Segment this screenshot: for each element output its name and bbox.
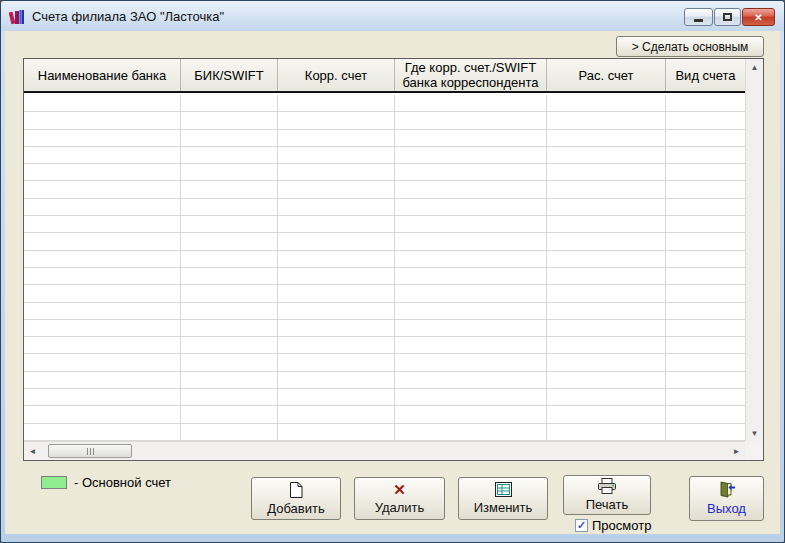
scroll-left-icon[interactable]: ◄ bbox=[24, 443, 41, 460]
table-cell bbox=[547, 320, 666, 336]
table-row[interactable] bbox=[24, 389, 745, 406]
table-row[interactable] bbox=[24, 233, 745, 250]
table-cell bbox=[395, 303, 547, 319]
table-row[interactable] bbox=[24, 372, 745, 389]
table-cell bbox=[547, 285, 666, 301]
table-cell bbox=[395, 320, 547, 336]
table-cell bbox=[24, 389, 181, 405]
table-row[interactable] bbox=[24, 251, 745, 268]
horizontal-scroll-thumb[interactable] bbox=[48, 444, 132, 458]
table-cell bbox=[666, 320, 745, 336]
make-primary-button[interactable]: > Сделать основным bbox=[616, 36, 764, 57]
table-row[interactable] bbox=[24, 216, 745, 233]
column-header[interactable]: Вид счета bbox=[666, 59, 745, 91]
table-cell bbox=[547, 164, 666, 180]
column-header[interactable]: Наименование банка bbox=[24, 59, 181, 91]
table-row[interactable] bbox=[24, 112, 745, 129]
table-cell bbox=[547, 147, 666, 163]
column-header[interactable]: Корр. счет bbox=[278, 59, 395, 91]
table-cell bbox=[395, 268, 547, 284]
column-header[interactable]: Где корр. счет./SWIFT банка корреспонден… bbox=[395, 59, 547, 91]
table-cell bbox=[24, 406, 181, 422]
close-button[interactable]: ✕ bbox=[742, 8, 775, 26]
table-cell bbox=[547, 424, 666, 440]
scroll-right-icon[interactable]: ► bbox=[728, 443, 745, 460]
table-cell bbox=[181, 354, 278, 370]
table-cell bbox=[24, 95, 181, 111]
table-row[interactable] bbox=[24, 199, 745, 216]
table-cell bbox=[181, 337, 278, 353]
preview-checkbox[interactable]: ✓ Просмотр bbox=[575, 518, 651, 533]
preview-checkbox-label: Просмотр bbox=[592, 518, 651, 533]
table-cell bbox=[181, 181, 278, 197]
maximize-button[interactable] bbox=[714, 8, 741, 26]
maximize-icon bbox=[723, 13, 732, 21]
horizontal-scrollbar[interactable]: ◄ ► bbox=[24, 441, 745, 460]
column-header[interactable]: Рас. счет bbox=[547, 59, 666, 91]
printer-icon bbox=[597, 478, 617, 494]
table-cell bbox=[666, 130, 745, 146]
table-row[interactable] bbox=[24, 424, 745, 441]
table-row[interactable] bbox=[24, 95, 745, 112]
table-row[interactable] bbox=[24, 406, 745, 423]
table-cell bbox=[24, 268, 181, 284]
table-cell bbox=[278, 372, 395, 388]
add-button-label: Добавить bbox=[267, 501, 324, 516]
table-row[interactable] bbox=[24, 147, 745, 164]
vertical-scrollbar[interactable]: ▲ ▼ bbox=[745, 59, 763, 441]
add-button[interactable]: Добавить bbox=[251, 477, 341, 520]
table-cell bbox=[666, 354, 745, 370]
table-cell bbox=[278, 95, 395, 111]
table-cell bbox=[278, 181, 395, 197]
table-row[interactable] bbox=[24, 303, 745, 320]
table-cell bbox=[547, 354, 666, 370]
column-header[interactable]: БИК/SWIFT bbox=[181, 59, 278, 91]
exit-button[interactable]: Выход bbox=[689, 476, 764, 521]
table-row[interactable] bbox=[24, 354, 745, 371]
make-primary-label: > Сделать основным bbox=[632, 40, 749, 54]
table-cell bbox=[278, 354, 395, 370]
table-cell bbox=[181, 303, 278, 319]
table-cell bbox=[395, 285, 547, 301]
table-cell bbox=[181, 251, 278, 267]
print-button[interactable]: Печать bbox=[563, 475, 651, 515]
table-cell bbox=[181, 285, 278, 301]
table-cell bbox=[24, 303, 181, 319]
primary-account-swatch bbox=[41, 476, 67, 489]
table-row[interactable] bbox=[24, 181, 745, 198]
table-cell bbox=[666, 233, 745, 249]
table-cell bbox=[666, 95, 745, 111]
table-cell bbox=[278, 424, 395, 440]
table-cell bbox=[181, 164, 278, 180]
table-cell bbox=[181, 112, 278, 128]
table-cell bbox=[547, 389, 666, 405]
table-cell bbox=[547, 406, 666, 422]
scroll-up-icon[interactable]: ▲ bbox=[746, 59, 763, 75]
table-cell bbox=[666, 199, 745, 215]
table-cell bbox=[278, 303, 395, 319]
table-row[interactable] bbox=[24, 268, 745, 285]
edit-button[interactable]: Изменить bbox=[458, 477, 548, 520]
table-cell bbox=[547, 251, 666, 267]
table-row[interactable] bbox=[24, 285, 745, 302]
table-cell bbox=[181, 389, 278, 405]
exit-button-label: Выход bbox=[707, 501, 746, 516]
checkbox-check-icon[interactable]: ✓ bbox=[575, 519, 588, 532]
table-cell bbox=[666, 372, 745, 388]
table-cell bbox=[24, 181, 181, 197]
table-row[interactable] bbox=[24, 320, 745, 337]
scroll-down-icon[interactable]: ▼ bbox=[746, 425, 763, 441]
table-cell bbox=[278, 251, 395, 267]
table-cell bbox=[24, 285, 181, 301]
minimize-button[interactable] bbox=[684, 8, 713, 26]
table-cell bbox=[24, 199, 181, 215]
table-cell bbox=[547, 112, 666, 128]
table-cell bbox=[395, 130, 547, 146]
table-cell bbox=[666, 181, 745, 197]
table-row[interactable] bbox=[24, 337, 745, 354]
table-row[interactable] bbox=[24, 130, 745, 147]
delete-button[interactable]: ✕ Удалить bbox=[354, 477, 445, 520]
table-row[interactable] bbox=[24, 164, 745, 181]
table-cell bbox=[666, 147, 745, 163]
table-cell bbox=[547, 130, 666, 146]
